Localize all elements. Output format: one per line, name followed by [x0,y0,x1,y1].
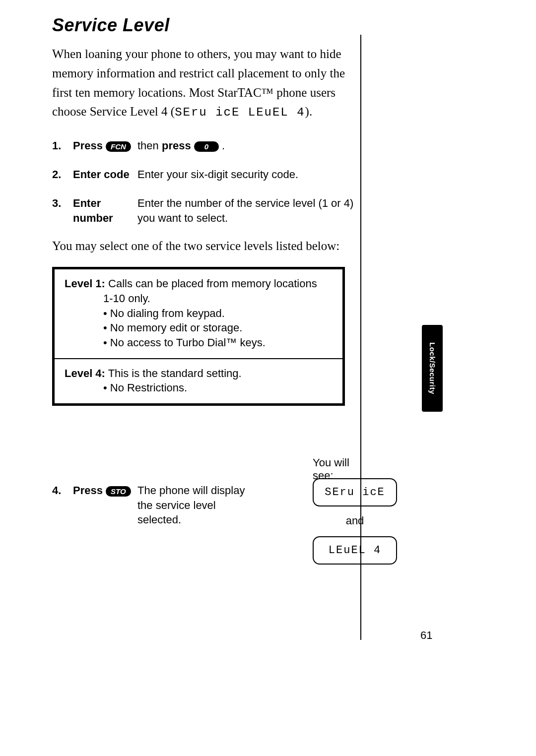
level-desc: Calls can be placed from memory location… [108,277,317,290]
steps-list: 1. Press FCN then press 0 . 2. Enter cod… [52,138,360,225]
level-bullets: No dialing from keypad. No memory edit o… [65,306,333,350]
then-text: then [137,139,159,152]
step-3: 3. Enter number Enter the number of the … [52,196,360,225]
bullet-item: No Restrictions. [103,380,333,395]
step-desc: The phone will display the service level… [137,483,252,527]
page-number: 61 [420,629,432,642]
step-desc: then press 0 . [137,138,360,153]
section-title: Service Level [52,15,360,36]
step-action: Enter code [73,167,137,182]
step-action-word: Press [73,139,103,152]
step-action-word: Press [73,484,103,497]
step-desc: Enter the number of the service level (1… [137,196,360,225]
bullet-item: No dialing from keypad. [103,306,333,321]
step-number: 3. [52,196,73,225]
bullet-item: No memory edit or storage. [103,320,333,335]
intro-paragraph: When loaning your phone to others, you m… [52,45,360,122]
seg-display-inline: SEru icE LEuEL 4 [175,106,305,119]
step-4: 4. Press STO The phone will display the … [52,483,252,527]
lcd-display-1: SEru icE [313,478,397,506]
level-name: Level 4: [65,367,105,379]
lcd-display-2: LEuEL 4 [313,536,397,565]
level-sub: 1-10 only. [65,291,333,306]
step-action: Press STO [73,483,137,527]
step-1: 1. Press FCN then press 0 . [52,138,360,153]
bullet-item: No access to Turbo Dial™ keys. [103,335,333,350]
step-number: 1. [52,138,73,153]
level-4-row: Level 4: This is the standard setting. N… [55,358,342,403]
step-action: Enter number [73,196,137,225]
page-content: Service Level When loaning your phone to… [52,15,360,406]
press-word: press [162,139,191,152]
step-action: Press FCN [73,138,137,153]
sto-key-icon: STO [106,486,131,497]
display-column: SEru icE and LEuEL 4 [313,478,397,572]
step-number: 4. [52,483,73,527]
level-1-row: Level 1: Calls can be placed from memory… [55,269,342,358]
fcn-key-icon: FCN [106,141,131,152]
intro-suffix: ). [305,105,313,118]
levels-table: Level 1: Calls can be placed from memory… [52,267,345,406]
step-2: 2. Enter code Enter your six-digit secur… [52,167,360,182]
step-desc: Enter your six-digit security code. [137,167,360,182]
step-number: 2. [52,167,73,182]
zero-key-icon: 0 [194,141,219,152]
between-text: You may select one of the two service le… [52,239,360,253]
and-text: and [313,514,397,527]
period: . [222,139,225,152]
level-desc: This is the standard setting. [108,367,242,379]
section-tab: Lock/Security [422,325,443,412]
level-name: Level 1: [65,277,105,290]
level-bullets: No Restrictions. [65,380,333,395]
